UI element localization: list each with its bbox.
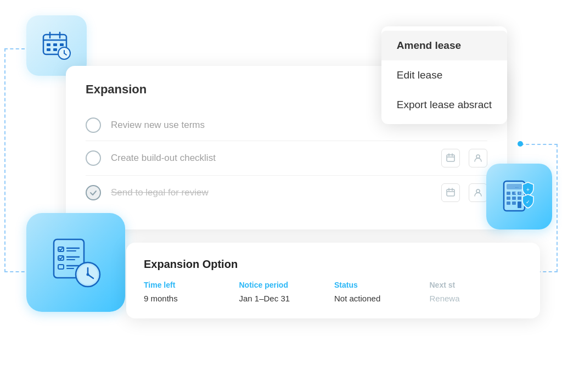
dropdown-item-export[interactable]: Export lease absract — [381, 90, 507, 120]
info-col-time-value: 9 months — [144, 294, 237, 303]
task-icon-calendar-2[interactable] — [441, 149, 460, 167]
svg-rect-28 — [507, 197, 510, 200]
svg-rect-31 — [507, 201, 510, 205]
info-col-next-header: Next st — [430, 281, 523, 289]
info-card-title: Expansion Option — [144, 258, 522, 271]
svg-point-21 — [476, 189, 480, 193]
task-icon-person-2[interactable] — [469, 149, 487, 167]
svg-text:+: + — [526, 187, 530, 193]
task-icons-2 — [441, 149, 487, 167]
info-col-notice: Notice period Jan 1–Dec 31 — [239, 281, 333, 303]
info-col-next-value: Renewa — [430, 294, 523, 303]
svg-rect-25 — [507, 192, 510, 195]
connector-line-right-vertical — [557, 144, 558, 272]
info-col-status-value: Not actioned — [334, 294, 428, 303]
task-list: Review new use terms Create build-out ch… — [86, 110, 487, 210]
checklist-icon-box — [26, 213, 125, 312]
info-col-status: Status Not actioned — [334, 281, 428, 303]
svg-text:÷: ÷ — [519, 191, 521, 195]
svg-point-52 — [87, 273, 89, 276]
dot-top-right — [518, 141, 523, 147]
dropdown-menu: Amend lease Edit lease Export lease absr… — [381, 26, 507, 124]
scene: Expansion Review new use terms Create bu… — [0, 0, 562, 392]
svg-point-16 — [476, 155, 480, 158]
info-card: Expansion Option Time left 9 months Noti… — [126, 243, 540, 318]
info-col-status-header: Status — [334, 281, 428, 289]
svg-rect-29 — [512, 197, 516, 200]
task-label-2: Create build-out checklist — [111, 153, 216, 164]
info-col-time: Time left 9 months — [144, 281, 237, 303]
svg-rect-30 — [518, 197, 521, 200]
info-col-notice-header: Notice period — [239, 281, 333, 289]
dropdown-item-amend[interactable]: Amend lease — [381, 31, 507, 60]
task-item-2: Create build-out checklist — [86, 141, 487, 176]
info-col-notice-value: Jan 1–Dec 31 — [239, 294, 333, 303]
svg-rect-32 — [512, 201, 516, 205]
svg-rect-17 — [447, 189, 454, 196]
svg-rect-6 — [60, 43, 64, 46]
connector-line-left-vertical — [4, 48, 5, 272]
svg-rect-8 — [53, 48, 57, 51]
calculator-icon: ··· + ÷ + ✓ — [499, 177, 539, 216]
svg-text:+: + — [514, 191, 516, 195]
svg-text:✓: ✓ — [526, 199, 530, 205]
connector-line-top-right — [520, 144, 558, 145]
task-circle-1[interactable] — [86, 117, 101, 133]
task-circle-3[interactable] — [86, 185, 101, 200]
svg-rect-7 — [47, 48, 50, 51]
svg-rect-4 — [47, 43, 50, 46]
svg-rect-12 — [447, 155, 454, 161]
dropdown-item-edit[interactable]: Edit lease — [381, 60, 507, 90]
task-icons-3 — [441, 183, 487, 202]
calculator-icon-box: ··· + ÷ + ✓ — [486, 164, 552, 229]
task-label-1: Review new use terms — [111, 120, 205, 131]
task-circle-2[interactable] — [86, 150, 101, 166]
svg-rect-5 — [53, 43, 57, 46]
task-icon-calendar-3[interactable] — [441, 183, 460, 202]
task-label-3: Send to legal for review — [111, 187, 209, 198]
calendar-icon — [40, 29, 73, 62]
task-item-3: Send to legal for review — [86, 176, 487, 210]
info-table: Time left 9 months Notice period Jan 1–D… — [144, 281, 522, 303]
svg-rect-23 — [507, 184, 522, 189]
svg-text:···: ··· — [515, 185, 519, 190]
task-icon-person-3[interactable] — [469, 183, 487, 202]
svg-rect-33 — [518, 201, 521, 208]
info-col-next: Next st Renewa — [430, 281, 523, 303]
checklist-icon — [48, 235, 103, 290]
info-col-time-header: Time left — [144, 281, 237, 289]
